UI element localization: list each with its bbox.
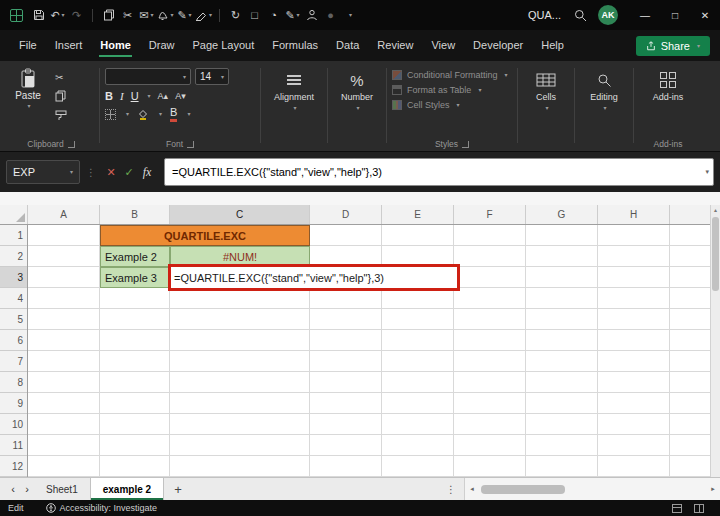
sheet-nav-left-icon[interactable]: ‹ (6, 483, 20, 495)
row-header-5[interactable]: 5 (0, 309, 27, 330)
save-icon[interactable] (30, 4, 47, 26)
add-sheet-button[interactable]: + (168, 482, 188, 497)
highlighter-icon[interactable]: ▾ (195, 4, 212, 26)
styles-dialog-launcher[interactable] (462, 141, 469, 148)
row-header-11[interactable]: 11 (0, 435, 27, 456)
row-header-6[interactable]: 6 (0, 330, 27, 351)
expand-formula-bar-icon[interactable]: ▾ (705, 168, 709, 176)
conditional-formatting-button[interactable]: Conditional Formatting ▾ (392, 70, 512, 80)
minimize-button[interactable]: — (630, 0, 660, 30)
row-header-4[interactable]: 4 (0, 288, 27, 309)
font-color-icon[interactable]: B (170, 107, 177, 122)
column-header-f[interactable]: F (454, 205, 526, 224)
alignment-group-button[interactable]: Alignment ▾ (266, 66, 322, 151)
column-header-g[interactable]: G (526, 205, 598, 224)
document-title[interactable]: QUA... (528, 9, 561, 21)
cell-b1-title[interactable]: QUARTILE.EXC (100, 225, 310, 246)
person-icon[interactable] (303, 4, 320, 26)
tab-insert[interactable]: Insert (46, 30, 92, 61)
tab-data[interactable]: Data (327, 30, 368, 61)
column-header-b[interactable]: B (100, 205, 170, 224)
mail-icon[interactable]: ✉▾ (138, 4, 155, 26)
avatar[interactable]: AK (598, 5, 618, 25)
column-header-c[interactable]: C (170, 205, 310, 224)
cancel-button[interactable]: ✕ (102, 166, 120, 179)
number-group-button[interactable]: % Number ▾ (333, 66, 381, 151)
tab-draw[interactable]: Draw (140, 30, 184, 61)
scroll-left-icon[interactable]: ◂ (465, 485, 479, 493)
cells-group-button[interactable]: Cells ▾ (523, 66, 569, 151)
fill-color-icon[interactable] (137, 108, 149, 120)
search-icon[interactable] (572, 4, 589, 26)
cell-c3-formula[interactable]: =QUARTILE.EXC({"stand","view","help"},3) (170, 267, 458, 288)
undo-button[interactable]: ↶▾ (49, 4, 66, 26)
accessibility-status[interactable]: Accessibility: Investigate (38, 503, 166, 513)
vertical-scrollbar[interactable]: ▴ (710, 205, 720, 477)
format-painter-button[interactable] (55, 109, 71, 121)
sync-icon[interactable]: ↻ (227, 4, 244, 26)
row-header-1[interactable]: 1 (0, 225, 27, 246)
addins-group[interactable]: Add-ins Add-ins (639, 66, 697, 151)
underline-button[interactable]: U (131, 90, 139, 102)
tab-help[interactable]: Help (532, 30, 573, 61)
paste-button[interactable]: Paste ▾ (8, 66, 48, 135)
decrease-font-button[interactable]: A▾ (175, 91, 186, 101)
sheet-tab-sheet1[interactable]: Sheet1 (34, 478, 90, 500)
format-as-table-button[interactable]: Format as Table ▾ (392, 85, 512, 95)
close-button[interactable]: ✕ (690, 0, 720, 30)
row-header-2[interactable]: 2 (0, 246, 27, 267)
tab-review[interactable]: Review (368, 30, 422, 61)
draw-signature-icon[interactable]: ✎▾ (284, 4, 301, 26)
scroll-right-icon[interactable]: ▸ (706, 485, 720, 493)
clipboard-dialog-launcher[interactable] (68, 141, 75, 148)
insert-function-button[interactable]: fx (138, 165, 156, 180)
maximize-button[interactable]: □ (660, 0, 690, 30)
cell-styles-button[interactable]: Cell Styles ▾ (392, 100, 512, 110)
bold-button[interactable]: B (105, 90, 113, 102)
column-header-partial[interactable] (670, 205, 710, 224)
row-header-9[interactable]: 9 (0, 393, 27, 414)
borders-icon[interactable] (105, 109, 116, 120)
column-header-h[interactable]: H (598, 205, 670, 224)
cell-b3[interactable]: Example 3 (100, 267, 170, 288)
cell-b2[interactable]: Example 2 (100, 246, 170, 267)
scroll-up-icon[interactable]: ▴ (711, 206, 720, 213)
cut-icon[interactable]: ✂ (119, 4, 136, 26)
clock-icon[interactable]: ◔ (265, 4, 282, 26)
page-break-view-icon[interactable] (694, 504, 704, 513)
tab-file[interactable]: File (10, 30, 46, 61)
pen-icon[interactable]: ✎▾ (176, 4, 193, 26)
font-dialog-launcher[interactable] (187, 141, 194, 148)
column-header-d[interactable]: D (310, 205, 382, 224)
horizontal-scrollbar[interactable]: ◂ ▸ (464, 478, 720, 500)
horizontal-scrollbar-thumb[interactable] (481, 485, 565, 494)
enter-button[interactable]: ✓ (120, 166, 138, 179)
stop-icon[interactable]: □ (246, 4, 263, 26)
share-button[interactable]: Share ▾ (636, 36, 710, 56)
sheet-options-icon[interactable]: ⋮ (446, 484, 456, 495)
column-header-e[interactable]: E (382, 205, 454, 224)
vertical-scrollbar-thumb[interactable] (712, 217, 719, 291)
cell-c2-error[interactable]: #NUM! (170, 246, 310, 267)
app-logo-icon[interactable] (8, 7, 24, 23)
redo-button[interactable]: ↷ (68, 4, 85, 26)
cut-button[interactable]: ✂ (55, 71, 71, 83)
increase-font-button[interactable]: A▴ (158, 91, 169, 101)
tab-home[interactable]: Home (91, 30, 140, 61)
sheet-tab-example2[interactable]: example 2 (90, 478, 164, 500)
copy-button[interactable] (55, 90, 71, 102)
editing-group-button[interactable]: Editing ▾ (580, 66, 628, 151)
horizontal-scroll-track[interactable] (479, 485, 706, 494)
formula-input[interactable]: =QUARTILE.EXC({"stand","view","help"},3)… (164, 158, 714, 186)
page-layout-view-icon[interactable] (672, 504, 682, 513)
row-header-8[interactable]: 8 (0, 372, 27, 393)
font-name-combo[interactable]: ▾ (105, 68, 191, 85)
row-header-10[interactable]: 10 (0, 414, 27, 435)
tab-formulas[interactable]: Formulas (263, 30, 327, 61)
tab-developer[interactable]: Developer (464, 30, 532, 61)
copy-pages-icon[interactable] (100, 4, 117, 26)
tab-view[interactable]: View (422, 30, 464, 61)
font-size-combo[interactable]: 14▾ (195, 68, 229, 85)
name-box[interactable]: EXP ▾ (6, 160, 80, 184)
italic-button[interactable]: I (120, 90, 124, 102)
